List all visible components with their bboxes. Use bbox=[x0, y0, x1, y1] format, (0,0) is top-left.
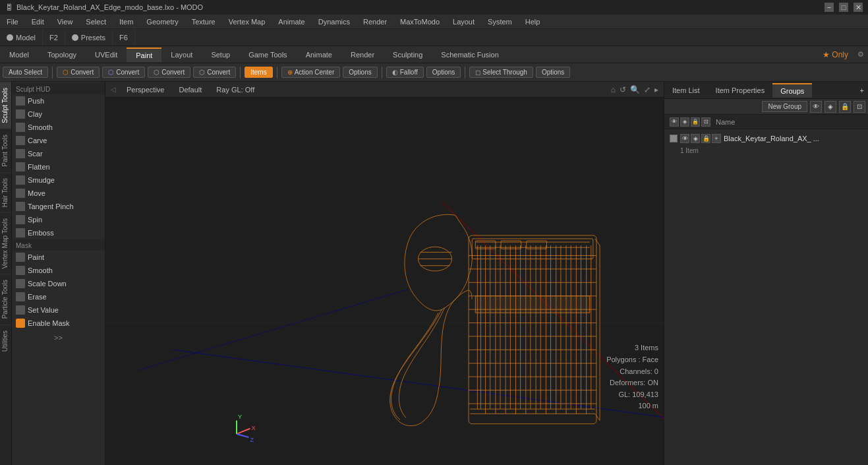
right-panel-add[interactable]: + bbox=[856, 84, 868, 97]
rtoolbar-render-button[interactable]: ◈ bbox=[825, 101, 836, 113]
action-center-button[interactable]: ⊕ Action Center bbox=[281, 67, 341, 78]
options-button-2[interactable]: Options bbox=[426, 67, 461, 78]
layout-tab-render[interactable]: Render bbox=[341, 48, 384, 61]
layout-tab-uvedit[interactable]: UVEdit bbox=[86, 48, 127, 61]
viewport-perspective[interactable]: Perspective bbox=[123, 84, 168, 95]
extra-tool-erase[interactable]: Erase bbox=[12, 290, 105, 303]
vtab-vertex-map-tools[interactable]: Vertex Map Tools bbox=[0, 212, 11, 274]
menu-item-layout[interactable]: Layout bbox=[446, 15, 481, 28]
vtab-sculpt-tools[interactable]: Sculpt Tools bbox=[0, 82, 11, 129]
expand-panel-button[interactable]: >> bbox=[12, 330, 105, 346]
menu-item-view[interactable]: View bbox=[51, 15, 80, 28]
item-properties-tab[interactable]: Item Properties bbox=[708, 84, 773, 97]
tool-emboss[interactable]: Emboss bbox=[12, 226, 105, 239]
menu-item-item[interactable]: Item bbox=[113, 15, 140, 28]
presets-button[interactable]: Presets bbox=[65, 29, 113, 46]
vtab-paint-tools[interactable]: Paint Tools bbox=[0, 129, 11, 172]
minimize-button[interactable]: − bbox=[825, 3, 834, 12]
item-render-button[interactable]: ◈ bbox=[691, 134, 700, 143]
menu-item-texture[interactable]: Texture bbox=[185, 15, 222, 28]
tool-spin[interactable]: Spin bbox=[12, 213, 105, 226]
menu-item-vertex-map[interactable]: Vertex Map bbox=[222, 15, 272, 28]
options-button-3[interactable]: Options bbox=[536, 67, 570, 78]
tool-push[interactable]: Push bbox=[12, 94, 105, 108]
menu-item-select[interactable]: Select bbox=[79, 15, 113, 28]
select-through-button[interactable]: ◻ Select Through bbox=[469, 67, 533, 78]
viewport-expand-icon[interactable]: ⤢ bbox=[644, 85, 651, 94]
layout-tab-layout[interactable]: Layout bbox=[161, 48, 202, 61]
menu-item-edit[interactable]: Edit bbox=[25, 15, 51, 28]
tool-label-carve: Carve bbox=[28, 137, 47, 144]
viewport-menu-icon[interactable]: ▸ bbox=[654, 85, 658, 94]
menu-item-file[interactable]: File bbox=[0, 15, 25, 28]
viewport-3d[interactable]: X Y Z 3 Items Polygons : Face Channels: … bbox=[105, 98, 664, 465]
tool-smooth[interactable]: Smooth bbox=[12, 121, 105, 134]
convert-button-3[interactable]: ⬡ Convert bbox=[148, 67, 190, 78]
viewport-shading[interactable]: Default bbox=[175, 84, 206, 95]
options-button-1[interactable]: Options bbox=[343, 67, 377, 78]
viewport-home-icon[interactable]: ⌂ bbox=[611, 85, 616, 94]
convert-button-2[interactable]: ⬡ Convert bbox=[102, 67, 145, 78]
layout-tab-setup[interactable]: Setup bbox=[202, 48, 239, 61]
maximize-button[interactable]: □ bbox=[839, 3, 848, 12]
layout-tab-topology[interactable]: Topology bbox=[38, 48, 86, 61]
menu-item-help[interactable]: Help bbox=[519, 15, 547, 28]
f2-button[interactable]: F2 bbox=[43, 29, 65, 46]
vis-render-button[interactable]: ◈ bbox=[680, 117, 689, 127]
item-checkbox-1[interactable] bbox=[670, 135, 678, 142]
new-group-button[interactable]: New Group bbox=[762, 101, 807, 112]
vis-sel-button[interactable]: ⊡ bbox=[701, 117, 710, 127]
layout-settings-icon[interactable]: ⚙ bbox=[854, 47, 868, 61]
layout-tab-sculpting[interactable]: Sculpting bbox=[384, 48, 432, 61]
rtoolbar-sel-button[interactable]: ⊡ bbox=[854, 101, 865, 113]
star-button[interactable]: ★ Only bbox=[817, 47, 854, 62]
menu-item-system[interactable]: System bbox=[481, 15, 519, 28]
vtab-particle-tools[interactable]: Particle Tools bbox=[0, 274, 11, 324]
falloff-button[interactable]: ◐ Falloff bbox=[386, 67, 424, 78]
item-list-tab[interactable]: Item List bbox=[664, 84, 708, 97]
layout-tab-paint[interactable]: Paint bbox=[127, 47, 161, 62]
menu-item-maxtomodo[interactable]: MaxToModo bbox=[393, 15, 446, 28]
layout-tab-model[interactable]: Model bbox=[0, 48, 38, 61]
item-lock-button[interactable]: 🔒 bbox=[701, 134, 710, 143]
tool-move[interactable]: Move bbox=[12, 187, 105, 200]
tool-smudge[interactable]: Smudge bbox=[12, 173, 105, 187]
tool-flatten[interactable]: Flatten bbox=[12, 160, 105, 173]
rtoolbar-eye-button[interactable]: 👁 bbox=[810, 101, 822, 113]
f6-button[interactable]: F6 bbox=[113, 29, 135, 46]
tool-clay[interactable]: Clay bbox=[12, 108, 105, 121]
mask-tool-paint[interactable]: Paint bbox=[12, 251, 105, 264]
viewport[interactable]: ◁ Perspective Default Ray GL: Off ⌂ ↺ 🔍 … bbox=[105, 82, 664, 465]
vis-eye-button[interactable]: 👁 bbox=[670, 117, 679, 127]
viewport-search-icon[interactable]: 🔍 bbox=[630, 85, 640, 94]
item-eye-button[interactable]: 👁 bbox=[680, 134, 689, 143]
tool-carve[interactable]: Carve bbox=[12, 134, 105, 147]
viewport-rotate-icon[interactable]: ↺ bbox=[620, 85, 626, 94]
extra-tool-set-value[interactable]: Set Value bbox=[12, 303, 105, 317]
layout-tab-schematic-fusion[interactable]: Schematic Fusion bbox=[432, 48, 507, 61]
auto-select-button[interactable]: Auto Select bbox=[3, 67, 48, 78]
mask-tool-scale-down[interactable]: Scale Down bbox=[12, 277, 105, 290]
menu-item-render[interactable]: Render bbox=[357, 15, 393, 28]
menu-item-dynamics[interactable]: Dynamics bbox=[312, 15, 357, 28]
menu-item-animate[interactable]: Animate bbox=[272, 15, 311, 28]
vis-lock-button[interactable]: 🔒 bbox=[691, 117, 700, 127]
vtab-hair-tools[interactable]: Hair Tools bbox=[0, 172, 11, 212]
tool-tangent-pinch[interactable]: Tangent Pinch bbox=[12, 200, 105, 213]
layout-tab-animate[interactable]: Animate bbox=[297, 48, 341, 61]
enable-mask-row[interactable]: Enable Mask bbox=[12, 317, 105, 330]
item-add-button[interactable]: + bbox=[712, 134, 721, 143]
model-mode-button[interactable]: Model bbox=[0, 29, 43, 46]
layout-tab-game-tools[interactable]: Game Tools bbox=[239, 48, 297, 61]
close-button[interactable]: ✕ bbox=[854, 3, 863, 12]
tool-scar[interactable]: Scar bbox=[12, 147, 105, 160]
menu-item-geometry[interactable]: Geometry bbox=[140, 15, 185, 28]
convert-button-4[interactable]: ⬡ Convert bbox=[193, 67, 236, 78]
convert-button-1[interactable]: ⬡ Convert bbox=[57, 67, 100, 78]
vtab-utilities[interactable]: Utilities bbox=[0, 325, 11, 357]
rtoolbar-lock-button[interactable]: 🔒 bbox=[839, 101, 851, 113]
viewport-ray[interactable]: Ray GL: Off bbox=[212, 84, 258, 95]
items-button[interactable]: Items bbox=[245, 67, 272, 78]
groups-tab[interactable]: Groups bbox=[772, 83, 812, 98]
mask-tool-smooth[interactable]: Smooth bbox=[12, 264, 105, 277]
